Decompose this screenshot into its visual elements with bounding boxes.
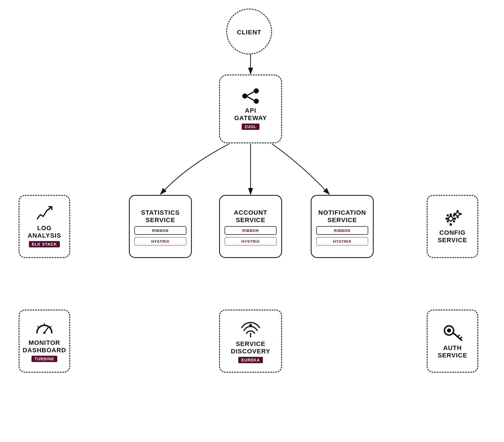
svg-point-31 <box>249 324 252 327</box>
share-icon <box>241 88 260 105</box>
zuul-badge: ZUUL <box>242 124 259 130</box>
monitor-label: MONITORDASHBOARD <box>23 339 66 354</box>
account-service-node: ACCOUNTSERVICE RIBBON HYSTRIX <box>219 195 282 258</box>
svg-rect-24 <box>460 213 462 215</box>
svg-line-27 <box>50 326 51 328</box>
hystrix-box-account: HYSTRIX <box>225 237 277 246</box>
svg-line-8 <box>47 207 52 211</box>
gear-icon <box>443 209 462 227</box>
auth-label: AUTHSERVICE <box>438 344 467 359</box>
svg-line-26 <box>38 326 39 328</box>
svg-point-20 <box>456 213 459 215</box>
client-node: CLIENT <box>226 9 272 54</box>
hystrix-label-notification: HYSTRIX <box>333 239 351 244</box>
ribbon-label-account: RIBBON <box>242 228 259 233</box>
svg-rect-23 <box>454 213 455 215</box>
svg-line-36 <box>460 337 462 339</box>
log-analysis-node: LOGANALYSIS ELK STACK <box>19 195 70 258</box>
ribbon-box-notification: RIBBON <box>316 226 368 235</box>
svg-point-10 <box>449 217 452 220</box>
svg-point-3 <box>254 88 259 93</box>
svg-rect-22 <box>457 216 459 218</box>
notification-service-node: NOTIFICATIONSERVICE RIBBON HYSTRIX <box>311 195 374 258</box>
svg-rect-12 <box>450 223 452 226</box>
svg-line-6 <box>247 92 254 95</box>
config-label: CONFIGSERVICE <box>438 229 467 244</box>
ribbon-label-notification: RIBBON <box>334 228 350 233</box>
svg-line-7 <box>247 97 254 100</box>
turbine-badge: TURBINE <box>32 356 57 362</box>
gateway-label: APIGATEWAY <box>234 107 267 122</box>
auth-service-node: AUTHSERVICE <box>427 310 478 373</box>
svg-rect-15 <box>446 214 449 217</box>
stats-label: STATISTICSSERVICE <box>141 209 180 224</box>
analysis-icon <box>36 206 53 223</box>
signal-icon <box>241 319 260 339</box>
config-service-node: CONFIGSERVICE <box>427 195 478 258</box>
hystrix-box-notification: HYSTRIX <box>316 237 368 246</box>
hystrix-label-stats: HYSTRIX <box>151 239 169 244</box>
svg-point-33 <box>447 328 451 333</box>
service-discovery-label: SERVICEDISCOVERY <box>231 340 270 355</box>
notification-label: NOTIFICATIONSERVICE <box>318 209 366 224</box>
account-label: ACCOUNTSERVICE <box>234 209 267 224</box>
elk-badge: ELK STACK <box>29 241 60 247</box>
key-icon <box>443 323 462 343</box>
svg-rect-14 <box>454 218 456 220</box>
service-discovery-node: SERVICEDISCOVERY EUREKA <box>219 310 282 373</box>
gateway-node: APIGATEWAY ZUUL <box>219 75 282 143</box>
svg-line-35 <box>458 335 459 337</box>
speedometer-icon <box>35 320 54 337</box>
log-analysis-label: LOGANALYSIS <box>27 224 61 240</box>
client-label: CLIENT <box>237 29 261 36</box>
monitor-dashboard-node: MONITORDASHBOARD TURBINE <box>19 310 70 373</box>
ribbon-box-account: RIBBON <box>225 226 277 235</box>
architecture-diagram: CLIENT APIGATEWAY ZUUL <box>0 0 504 442</box>
svg-point-5 <box>242 93 247 99</box>
eureka-badge: EUREKA <box>238 357 263 363</box>
ribbon-label-stats: RIBBON <box>152 228 168 233</box>
svg-rect-13 <box>446 218 448 220</box>
svg-point-4 <box>254 99 259 104</box>
stats-service-node: STATISTICSSERVICE RIBBON HYSTRIX <box>129 195 192 258</box>
svg-rect-18 <box>453 220 456 223</box>
hystrix-label-account: HYSTRIX <box>241 239 259 244</box>
svg-rect-11 <box>450 214 452 216</box>
ribbon-box-stats: RIBBON <box>134 226 186 235</box>
svg-rect-21 <box>457 210 459 212</box>
hystrix-box-stats: HYSTRIX <box>134 237 186 246</box>
svg-point-29 <box>43 332 46 334</box>
